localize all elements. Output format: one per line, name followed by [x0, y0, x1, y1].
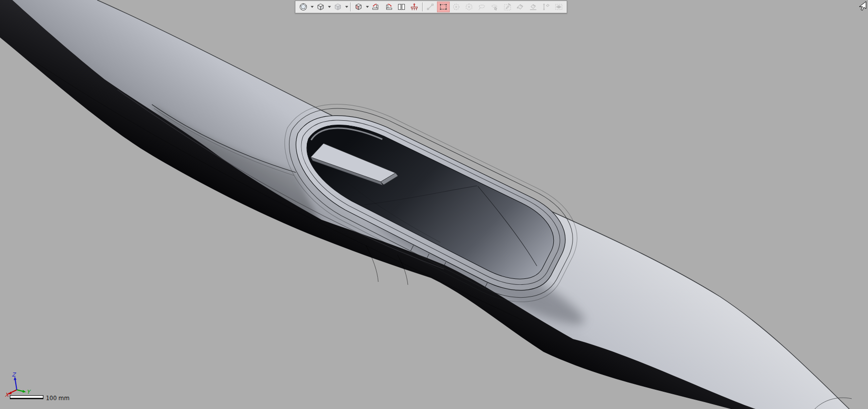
- custom-region-selection-button[interactable]: [488, 1, 501, 12]
- chevron-down-icon: [328, 6, 331, 8]
- rotate-view-ccw-button[interactable]: [369, 1, 382, 12]
- rotate-ccw-icon: [371, 2, 380, 11]
- polygon-select-icon: [465, 2, 473, 11]
- rectangle-select-icon: [439, 2, 448, 11]
- split-view-button[interactable]: [395, 1, 408, 12]
- eye-icon: [554, 2, 563, 11]
- shaded-edges-cube-icon: [316, 2, 325, 11]
- display-style-shaded-edges-dropdown[interactable]: [327, 1, 331, 12]
- split-view-icon: [397, 2, 406, 11]
- display-style-shaded-button[interactable]: [331, 1, 344, 12]
- rotate-cw-icon: [384, 2, 393, 11]
- line-selection-button[interactable]: [424, 1, 437, 12]
- scale-bar-fill: [10, 398, 43, 399]
- flood-fill-boundary-button[interactable]: [527, 1, 540, 12]
- display-style-faceted-button[interactable]: [297, 1, 310, 12]
- rectangle-selection-button[interactable]: [437, 1, 450, 12]
- shaded-cube-icon: [333, 2, 342, 11]
- flood-fill-icon: [516, 2, 525, 11]
- orientation-cube-icon: [354, 2, 363, 11]
- viewport-3d[interactable]: X Y Z 100 mm: [0, 0, 868, 409]
- circle-selection-button[interactable]: [450, 1, 463, 12]
- selection-depth-button[interactable]: [540, 1, 552, 12]
- table-up-arrow-icon: [410, 2, 419, 11]
- view-orientation-button[interactable]: [352, 1, 365, 12]
- display-style-shaded-edges-button[interactable]: [314, 1, 327, 12]
- lift-up-button[interactable]: [408, 1, 421, 12]
- lasso-select-icon: [477, 2, 486, 11]
- circle-select-icon: [452, 2, 461, 11]
- scale-bar-label: 100 mm: [46, 395, 70, 402]
- cad-application-window: X Y Z 100 mm: [0, 0, 868, 409]
- polygon-selection-button[interactable]: [463, 1, 475, 12]
- display-style-faceted-dropdown[interactable]: [310, 1, 314, 12]
- rotate-view-cw-button[interactable]: [382, 1, 395, 12]
- lasso-selection-button[interactable]: [475, 1, 488, 12]
- chevron-down-icon: [366, 6, 369, 8]
- lasso-pointer-select-icon: [490, 2, 499, 11]
- flood-fill-boundary-icon: [529, 2, 538, 11]
- chevron-down-icon: [345, 6, 348, 8]
- faceted-sphere-icon: [299, 2, 308, 11]
- selection-depth-icon: [542, 2, 550, 11]
- toolbar-separator: [350, 2, 351, 11]
- flood-fill-selection-button[interactable]: [514, 1, 527, 12]
- view-selection-toolbar: [295, 0, 567, 13]
- view-orientation-dropdown[interactable]: [365, 1, 369, 12]
- line-select-icon: [426, 2, 435, 11]
- paintbrush-select-icon: [503, 2, 512, 11]
- show-hide-selection-button[interactable]: [552, 1, 565, 12]
- display-style-shaded-dropdown[interactable]: [344, 1, 349, 12]
- chevron-down-icon: [311, 6, 314, 8]
- toolbar-separator: [422, 2, 423, 11]
- paintbrush-selection-button[interactable]: [501, 1, 514, 12]
